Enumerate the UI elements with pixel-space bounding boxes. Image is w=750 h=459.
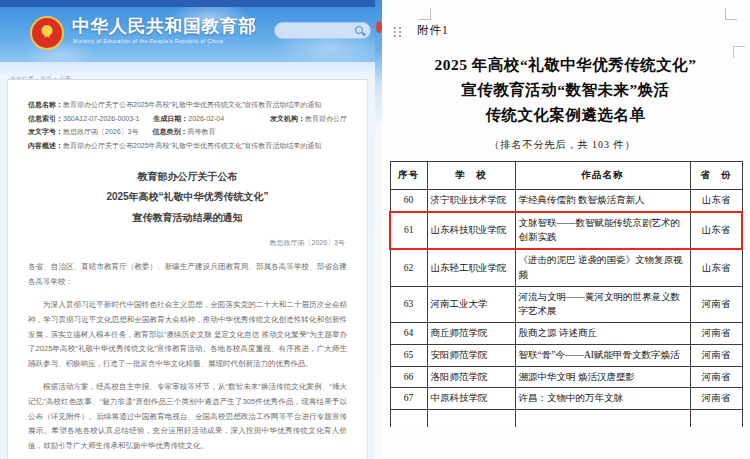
cell-province: 山东省 [690, 212, 742, 249]
cell-province: 河南省 [690, 323, 742, 345]
table-row: 60 济宁职业技术学院 学经典传儒韵 数智焕活育新人 山东省 [390, 190, 742, 212]
meta-org-label: 发文机构： [270, 115, 305, 122]
cell-province: 河南省 [690, 286, 742, 322]
cell-school: 洛阳师范学院 [427, 366, 515, 388]
cell-no: 66 [390, 366, 427, 388]
meta-date-label: 生成日期： [153, 115, 188, 122]
cell-school: 安阳师范学院 [427, 344, 515, 366]
header-school: 学 校 [427, 162, 515, 190]
table-row-cutoff [390, 409, 742, 427]
drag-handle-icon[interactable] [394, 27, 402, 39]
search-input[interactable] [283, 24, 353, 37]
notice-title-line1: 教育部办公厅关于公布 [28, 167, 347, 188]
background-page-edge [375, 0, 382, 459]
cell-no: 67 [390, 388, 427, 410]
meta-org-value: 教育部办公厅 [305, 115, 347, 122]
screenshot-root: ★ 中华人民共和国教育部 Ministry of Education of th… [0, 0, 750, 459]
meta-date-value: 2026-02-04 [188, 115, 224, 122]
meta-name-line: 信息名称：教育部办公厅关于公布2025年高校“礼敬中华优秀传统文化”宣传教育活动… [28, 98, 347, 112]
header-province: 省 份 [690, 162, 742, 190]
meta-index-label: 信息索引： [28, 115, 63, 122]
meta-category-value: 高等教育 [187, 128, 215, 135]
cell-school: 山东轻工职业学院 [427, 249, 515, 286]
attachment-title: 2025 年高校“礼敬中华优秀传统文化” 宣传教育活动“数智未来”焕活 传统文化… [395, 52, 736, 127]
table-header-row: 序号 学 校 作品名称 省 份 [390, 162, 742, 190]
site-header: ★ 中华人民共和国教育部 Ministry of Education of th… [0, 7, 375, 62]
table-row: 62 山东轻工职业学院 《进击的泥巴 逆袭的国瓷》文物复原视频 山东省 [390, 249, 742, 286]
document-metadata: 信息名称：教育部办公厅关于公布2025年高校“礼敬中华优秀传统文化”宣传教育活动… [28, 98, 347, 153]
cell-school: 中原科技学院 [427, 388, 515, 410]
cell-work: 智联“骨”今——AI赋能甲骨文数字焕活 [515, 344, 690, 366]
cell-province: 山东省 [690, 249, 742, 286]
attachment-title-line2: 宣传教育活动“数智未来”焕活 [395, 77, 736, 102]
cell-school: 河南工业大学 [427, 286, 515, 322]
cell-work: 文脉智联——数智赋能传统京剧艺术的创新实践 [515, 212, 690, 249]
notice-content-card: 信息名称：教育部办公厅关于公布2025年高校“礼敬中华优秀传统文化”宣传教育活动… [7, 79, 368, 459]
attachment-title-line3: 传统文化案例遴选名单 [395, 102, 736, 127]
cell-no: 64 [390, 323, 427, 345]
page-margin-mark-top-left [419, 8, 431, 20]
cell-work: 殷商之源 诗述商丘 [515, 323, 690, 345]
meta-summary-line: 内容概述：教育部办公厅关于公布2025年高校“礼敬中华优秀传统文化”宣传教育活动… [28, 139, 347, 153]
notice-title: 教育部办公厅关于公布 2025年高校“礼敬中华优秀传统文化” 宣传教育活动结果的… [28, 167, 347, 229]
site-title: 中华人民共和国教育部 [72, 14, 257, 38]
header-work: 作品名称 [515, 162, 690, 190]
cell-no: 65 [390, 344, 427, 366]
cell-province: 河南省 [690, 366, 742, 388]
meta-docno-label: 发文字号： [28, 128, 63, 135]
meta-summary-value: 教育部办公厅关于公布2025年高校“礼敬中华优秀传统文化”宣传教育活动结果的通知 [63, 142, 321, 149]
table-row: 65 安阳师范学院 智联“骨”今——AI赋能甲骨文数字焕活 河南省 [390, 344, 742, 366]
cell-province: 山东省 [690, 190, 742, 212]
meta-category-label: 信息类别： [152, 128, 187, 135]
notice-salutation: 各省、自治区、直辖市教育厅（教委）、新疆生产建设兵团教育局、部属各高等学校、部省… [28, 260, 347, 289]
table-row: 66 洛阳师范学院 溯源中华文明 焕活汉唐壁影 河南省 [390, 366, 742, 388]
meta-name-label: 信息名称： [28, 101, 63, 108]
site-subtitle-en: Ministry of Education of the People's Re… [73, 38, 223, 44]
cell-no: 60 [390, 190, 427, 212]
selection-list-table: 序号 学 校 作品名称 省 份 60 济宁职业技术学院 学经典传儒韵 数智焕活育… [389, 161, 743, 427]
cell-school: 济宁职业技术学院 [427, 190, 515, 212]
top-navigation-strip [0, 0, 375, 7]
attachment-label: 附件1 [417, 23, 449, 38]
notice-title-line2: 2025年高校“礼敬中华优秀传统文化” [28, 187, 347, 208]
cell-school: 商丘师范学院 [427, 323, 515, 345]
meta-summary-label: 内容概述： [28, 142, 63, 149]
background-logo-fragment [376, 21, 382, 33]
cell-work: 《进击的泥巴 逆袭的国瓷》文物复原视频 [515, 249, 690, 286]
meta-index-line: 信息索引：360A12-07-2026-0003-1 生成日期：2026-02-… [28, 112, 347, 126]
cell-no: 62 [390, 249, 427, 286]
cell-work: 溯源中华文明 焕活汉唐壁影 [515, 366, 690, 388]
cell-province: 河南省 [690, 344, 742, 366]
page-margin-mark-top-right [725, 8, 737, 20]
notice-title-line3: 宣传教育活动结果的通知 [28, 208, 347, 229]
table-row: 63 河南工业大学 河流与文明——黄河文明的世界意义数字艺术展 河南省 [390, 286, 742, 322]
meta-name-value: 教育部办公厅关于公布2025年高校“礼敬中华优秀传统文化”宣传教育活动结果的通知 [63, 101, 321, 108]
notice-doc-number: 教思政厅函〔2026〕3号 [28, 238, 345, 248]
search-icon[interactable] [355, 26, 365, 36]
cell-work: 学经典传儒韵 数智焕活育新人 [515, 190, 690, 212]
cell-province: 河南省 [690, 388, 742, 410]
cell-no: 63 [390, 286, 427, 322]
table-row: 67 中原科技学院 许昌：文物中的万年文脉 河南省 [390, 388, 742, 410]
attachment-document-panel: 附件1 2025 年高校“礼敬中华优秀传统文化” 宣传教育活动“数智未来”焕活 … [375, 0, 750, 459]
highlighted-row: 61 山东科技职业学院 文脉智联——数智赋能传统京剧艺术的创新实践 山东省 [390, 212, 742, 249]
attachment-title-line1: 2025 年高校“礼敬中华优秀传统文化” [395, 52, 736, 77]
header-no: 序号 [390, 162, 427, 190]
notice-paragraph-2: 根据活动方案，经高校自主申报、专家审核等环节，从“数智未来”焕活传统文化案例、“… [28, 380, 347, 453]
meta-docno-value: 教思政厅函〔2026〕3号 [63, 128, 138, 135]
cell-school: 山东科技职业学院 [427, 212, 515, 249]
cell-work: 河流与文明——黄河文明的世界意义数字艺术展 [515, 286, 690, 322]
search-box[interactable] [274, 22, 371, 39]
cell-no: 61 [390, 212, 427, 249]
breadcrumb-bar: 当前位置：首页 > 公开 [0, 62, 375, 79]
meta-docno-line: 发文字号：教思政厅函〔2026〕3号 信息类别：高等教育 [28, 125, 347, 139]
notice-paragraph-1: 为深入贯彻习近平新时代中国特色社会主义思想，全面落实党的二十大和二十届历次全会精… [28, 298, 347, 371]
table-row: 64 商丘师范学院 殷商之源 诗述商丘 河南省 [390, 323, 742, 345]
national-emblem-logo: ★ [30, 16, 64, 50]
cell-work: 许昌：文物中的万年文脉 [515, 388, 690, 410]
attachment-subtitle: （排名不分先后，共 103 件） [375, 138, 750, 152]
moe-website-panel: ★ 中华人民共和国教育部 Ministry of Education of th… [0, 0, 375, 459]
page-margin-mark-right [733, 46, 745, 58]
meta-index-value: 360A12-07-2026-0003-1 [63, 115, 139, 122]
